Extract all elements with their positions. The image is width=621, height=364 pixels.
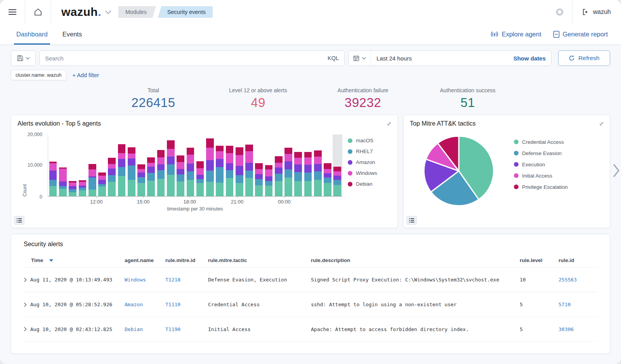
kql-button[interactable]: KQL xyxy=(324,55,339,61)
bar[interactable] xyxy=(146,134,156,196)
legend-item[interactable]: Debian xyxy=(348,181,394,187)
legend-item[interactable]: Execution xyxy=(514,162,568,167)
time-range-value[interactable]: Last 24 hours xyxy=(371,55,513,62)
column-rule-mitre-tactic[interactable]: rule.mitre.tactic xyxy=(208,257,311,263)
bar[interactable] xyxy=(58,134,68,196)
legend-item[interactable]: Windows xyxy=(348,170,394,176)
bar[interactable] xyxy=(97,134,107,196)
tab-dashboard[interactable]: Dashboard xyxy=(16,24,48,45)
cell-tactic: Defense Evasion, Execution xyxy=(208,277,311,283)
health-check-button[interactable] xyxy=(547,0,572,24)
bar[interactable] xyxy=(274,134,283,196)
explore-agent-button[interactable]: Explore agent xyxy=(490,31,541,38)
home-button[interactable] xyxy=(25,0,51,24)
bar[interactable] xyxy=(156,134,166,196)
bar[interactable] xyxy=(127,134,136,196)
bar[interactable] xyxy=(175,134,185,196)
generate-report-button[interactable]: Generate report xyxy=(553,31,608,38)
mitre-id-link[interactable]: T1110 xyxy=(165,302,208,307)
bar[interactable] xyxy=(107,134,117,196)
module-tabs-bar: Dashboard Events Explore agent Generate … xyxy=(0,24,621,45)
stat-label: Total xyxy=(101,87,206,93)
search-input[interactable] xyxy=(45,55,324,62)
bar[interactable] xyxy=(303,134,313,196)
expand-row-icon[interactable] xyxy=(24,278,27,282)
next-page-arrow[interactable] xyxy=(613,164,619,179)
mitre-id-link[interactable]: T1218 xyxy=(165,277,208,283)
agent-link[interactable]: Amazon xyxy=(125,302,165,307)
breadcrumb-security-events[interactable]: Security events xyxy=(158,6,213,18)
stat-value-1[interactable]: 49 xyxy=(206,95,310,110)
tab-events[interactable]: Events xyxy=(62,24,82,45)
show-dates-button[interactable]: Show dates xyxy=(513,55,551,62)
stat-value-0[interactable]: 226415 xyxy=(101,95,206,110)
stat-value-3[interactable]: 51 xyxy=(415,95,520,110)
main-content: KQL Last 24 hours Show dates Refresh clu… xyxy=(0,45,621,354)
menu-button[interactable] xyxy=(0,0,25,24)
legend-item[interactable]: Defense Evasion xyxy=(514,150,568,156)
bar[interactable] xyxy=(313,134,323,196)
date-quick-select-button[interactable] xyxy=(349,51,371,66)
bar[interactable] xyxy=(225,134,234,196)
expand-panel-icon[interactable] xyxy=(386,121,392,128)
column-time[interactable]: Time xyxy=(24,257,125,263)
add-filter-button[interactable]: + Add filter xyxy=(73,72,99,78)
bar[interactable] xyxy=(293,134,303,196)
bar[interactable] xyxy=(254,134,264,196)
agent-link[interactable]: Windows xyxy=(125,277,165,283)
rule-id-link[interactable]: 5710 xyxy=(559,302,597,307)
legend-item[interactable]: Credential Access xyxy=(514,139,568,145)
list-icon xyxy=(17,218,22,223)
stat-label: Level 12 or above alerts xyxy=(206,87,310,93)
column-rule-level[interactable]: rule.level xyxy=(520,257,559,263)
panel-inspect-button[interactable] xyxy=(406,216,417,225)
wazuh-logo[interactable]: wazuh. xyxy=(51,0,105,24)
expand-panel-icon[interactable] xyxy=(598,121,604,128)
refresh-button[interactable]: Refresh xyxy=(558,50,610,66)
legend-item[interactable]: Amazon xyxy=(348,159,394,165)
pie-chart[interactable] xyxy=(421,133,497,209)
bar[interactable] xyxy=(283,134,293,196)
bar[interactable] xyxy=(186,134,195,196)
column-rule-mitre-id[interactable]: rule.mitre.id xyxy=(165,257,208,263)
app-switcher-button[interactable] xyxy=(105,0,118,24)
breadcrumb-modules[interactable]: Modules xyxy=(118,6,156,18)
bar[interactable] xyxy=(136,134,146,196)
bar-chart-plot[interactable] xyxy=(48,135,342,197)
filter-chip-cluster-name[interactable]: cluster.name: wazuh xyxy=(11,70,66,80)
agent-link[interactable]: Debian xyxy=(125,326,165,332)
legend-item[interactable]: RHEL7 xyxy=(348,148,394,154)
cell-description: Apache: Attempt to access forbidden dire… xyxy=(311,326,520,332)
legend-item[interactable]: macOS xyxy=(348,138,394,143)
column-rule-description[interactable]: rule.description xyxy=(311,257,520,263)
legend-item[interactable]: Privilege Escalation xyxy=(514,184,568,190)
mitre-id-link[interactable]: T1190 xyxy=(165,326,208,332)
bar[interactable] xyxy=(244,134,254,196)
bar[interactable] xyxy=(68,134,78,196)
bar[interactable] xyxy=(215,134,225,196)
bar[interactable] xyxy=(48,134,58,196)
column-rule-id[interactable]: rule.id xyxy=(559,257,597,263)
bar[interactable] xyxy=(264,134,274,196)
rule-id-link[interactable]: 255563 xyxy=(559,277,597,283)
expand-row-icon[interactable] xyxy=(24,302,27,307)
bar[interactable] xyxy=(87,134,97,196)
bar[interactable] xyxy=(323,134,332,196)
column-agent-name[interactable]: agent.name xyxy=(125,257,165,263)
saved-query-button[interactable] xyxy=(11,50,36,66)
panel-inspect-button[interactable] xyxy=(14,216,24,225)
expand-row-icon[interactable] xyxy=(24,327,27,331)
bar[interactable] xyxy=(166,134,175,196)
pie-chart-area: Credential AccessDefense EvasionExecutio… xyxy=(404,130,610,209)
stat-value-2[interactable]: 39232 xyxy=(310,95,415,110)
bar[interactable] xyxy=(333,134,342,196)
bar[interactable] xyxy=(78,134,87,196)
cell-time: Aug 10, 2020 @ 02:43:12.825 xyxy=(30,326,112,332)
legend-item[interactable]: Initial Access xyxy=(514,173,568,179)
user-menu-button[interactable]: wazuh xyxy=(572,0,621,24)
bar[interactable] xyxy=(205,134,215,196)
bar[interactable] xyxy=(195,134,205,196)
rule-id-link[interactable]: 30306 xyxy=(559,326,597,332)
bar[interactable] xyxy=(117,134,127,196)
bar[interactable] xyxy=(234,134,244,196)
